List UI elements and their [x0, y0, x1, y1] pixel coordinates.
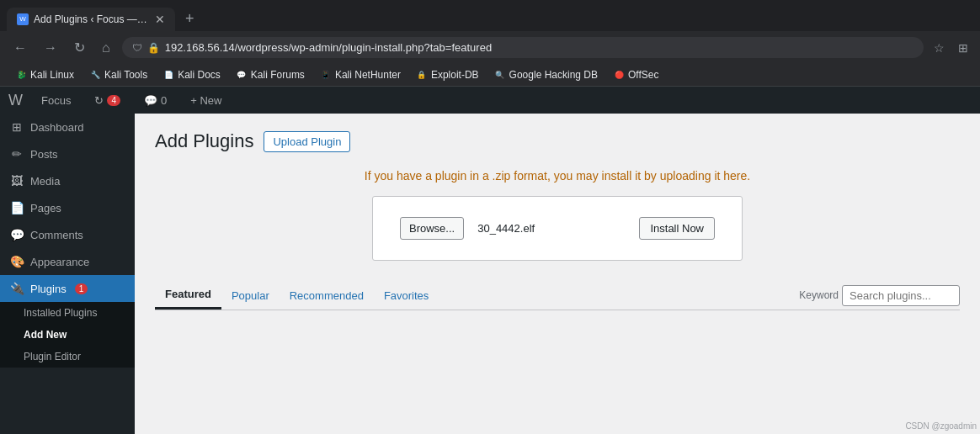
bookmark-button[interactable]: ☆	[930, 38, 948, 58]
bookmark-kali-docs[interactable]: 📄 Kali Docs	[156, 66, 227, 83]
address-bar[interactable]: 🛡 🔒 192.168.56.14/wordpress/wp-admin/plu…	[122, 37, 924, 58]
sidebar-label-plugins: Plugins	[30, 283, 67, 295]
selected-file-name: 30_4442.elf	[477, 222, 535, 235]
plugin-search-input[interactable]	[842, 285, 960, 306]
tab-close-btn[interactable]: ✕	[155, 13, 165, 26]
bookmarks-bar: 🐉 Kali Linux 🔧 Kali Tools 📄 Kali Docs 💬 …	[0, 64, 980, 87]
installed-plugins-label: Installed Plugins	[24, 307, 97, 319]
back-button[interactable]: ←	[8, 37, 32, 59]
wp-main-content: Add Plugins Upload Plugin If you have a …	[135, 114, 980, 434]
sidebar-label-posts: Posts	[30, 148, 58, 161]
forward-button[interactable]: →	[39, 37, 62, 59]
sidebar-item-comments[interactable]: 💬 Comments	[0, 221, 135, 248]
plugins-icon: 🔌	[10, 282, 24, 295]
wp-topbar-site-name: Focus	[41, 94, 71, 107]
wp-topbar-comments[interactable]: 💬 0	[139, 87, 172, 114]
bookmark-kali-forums[interactable]: 💬 Kali Forums	[229, 66, 312, 83]
bookmark-kali-forums-label: Kali Forums	[251, 69, 305, 81]
tab-favicon: W	[17, 13, 29, 25]
bookmark-kali-linux[interactable]: 🐉 Kali Linux	[8, 66, 81, 83]
keyword-label: Keyword	[799, 289, 839, 301]
sidebar-item-plugins[interactable]: 🔌 Plugins 1	[0, 275, 135, 302]
tab-bar: W Add Plugins ‹ Focus — W... ✕ +	[0, 0, 980, 31]
extensions-button[interactable]: ⊞	[955, 38, 972, 58]
install-now-button[interactable]: Install Now	[639, 217, 715, 240]
sidebar-sub-installed-plugins[interactable]: Installed Plugins	[0, 302, 135, 324]
updates-icon: ↻	[94, 94, 104, 107]
sidebar-label-dashboard: Dashboard	[30, 121, 84, 134]
wp-admin-topbar: W Focus ↻ 4 💬 0 + New	[0, 87, 980, 114]
updates-badge: 4	[107, 95, 120, 106]
plugins-submenu: Installed Plugins Add New Plugin Editor	[0, 302, 135, 368]
bookmark-kali-tools[interactable]: 🔧 Kali Tools	[83, 66, 154, 83]
plugin-editor-label: Plugin Editor	[24, 351, 81, 363]
new-tab-button[interactable]: +	[178, 7, 201, 31]
bookmark-exploit-db[interactable]: 🔒 Exploit-DB	[409, 66, 486, 83]
sidebar-sub-add-new[interactable]: Add New	[0, 324, 135, 346]
tab-featured[interactable]: Featured	[155, 281, 221, 310]
bookmark-google-hacking-db-label: Google Hacking DB	[509, 69, 598, 81]
wp-topbar-new-label: + New	[190, 94, 221, 107]
plugin-tabs: Featured Popular Recommended Favorites K…	[155, 281, 960, 310]
tab-title: Add Plugins ‹ Focus — W...	[34, 13, 150, 25]
sidebar-label-media: Media	[30, 175, 60, 188]
bookmark-google-hacking-db[interactable]: 🔍 Google Hacking DB	[487, 66, 605, 83]
posts-icon: ✏	[10, 147, 24, 161]
google-hacking-icon: 🔍	[494, 69, 506, 81]
plugin-search-area: Keyword	[799, 285, 960, 306]
sidebar-label-comments: Comments	[30, 229, 83, 241]
exploit-db-icon: 🔒	[416, 69, 428, 81]
upload-notice-text: If you have a plugin in a .zip format, y…	[155, 169, 960, 183]
tab-popular[interactable]: Popular	[221, 283, 280, 309]
sidebar-label-pages: Pages	[30, 202, 61, 214]
pages-icon: 📄	[10, 201, 24, 214]
bookmark-kali-linux-label: Kali Linux	[30, 69, 74, 81]
nav-bar: ← → ↻ ⌂ 🛡 🔒 192.168.56.14/wordpress/wp-a…	[0, 31, 980, 64]
bookmark-offsec-label: OffSec	[628, 69, 658, 81]
upload-box: Browse... 30_4442.elf Install Now	[372, 196, 743, 261]
wp-topbar-new[interactable]: + New	[185, 87, 226, 114]
bookmark-exploit-db-label: Exploit-DB	[431, 69, 479, 81]
add-new-label: Add New	[24, 329, 67, 341]
bookmark-kali-nethunter[interactable]: 📱 Kali NetHunter	[313, 66, 407, 83]
sidebar-item-dashboard[interactable]: ⊞ Dashboard	[0, 114, 135, 140]
address-text: 192.168.56.14/wordpress/wp-admin/plugin-…	[165, 41, 913, 54]
home-button[interactable]: ⌂	[97, 37, 115, 59]
wp-topbar-site[interactable]: Focus	[36, 87, 76, 114]
sidebar-item-appearance[interactable]: 🎨 Appearance	[0, 248, 135, 275]
sidebar-sub-plugin-editor[interactable]: Plugin Editor	[0, 346, 135, 368]
comments-icon: 💬	[144, 94, 157, 107]
browser-tab-active[interactable]: W Add Plugins ‹ Focus — W... ✕	[7, 8, 175, 31]
lock-icon: 🔒	[147, 42, 160, 54]
offsec-icon: 🔴	[613, 69, 625, 81]
security-icon: 🛡	[132, 42, 142, 54]
bookmark-kali-nethunter-label: Kali NetHunter	[335, 69, 401, 81]
kali-tools-icon: 🔧	[89, 69, 101, 81]
media-icon: 🖼	[10, 174, 24, 188]
sidebar-item-pages[interactable]: 📄 Pages	[0, 194, 135, 221]
comments-sidebar-icon: 💬	[10, 228, 24, 241]
bookmark-offsec[interactable]: 🔴 OffSec	[606, 66, 665, 83]
bookmark-kali-docs-label: Kali Docs	[178, 69, 221, 81]
sidebar-label-appearance: Appearance	[30, 256, 89, 268]
browser-window: W Add Plugins ‹ Focus — W... ✕ + ← → ↻ ⌂…	[0, 0, 980, 434]
tab-favorites[interactable]: Favorites	[374, 283, 439, 309]
reload-button[interactable]: ↻	[69, 36, 90, 59]
kali-nethunter-icon: 📱	[320, 69, 332, 81]
browse-button[interactable]: Browse...	[400, 217, 464, 240]
watermark: CSDN @zgoadmin	[905, 421, 977, 431]
page-title: Add Plugins	[155, 130, 253, 152]
wp-logo-icon[interactable]: W	[8, 92, 23, 109]
sidebar-item-media[interactable]: 🖼 Media	[0, 167, 135, 194]
appearance-icon: 🎨	[10, 255, 24, 268]
upload-plugin-button[interactable]: Upload Plugin	[264, 131, 350, 152]
page-header: Add Plugins Upload Plugin	[155, 130, 960, 152]
address-url: 192.168.56.14/wordpress/wp-admin/plugin-…	[165, 41, 492, 54]
kali-linux-icon: 🐉	[15, 69, 27, 81]
wp-topbar-updates[interactable]: ↻ 4	[89, 87, 125, 114]
wp-sidebar: ⊞ Dashboard ✏ Posts 🖼 Media 📄 Pages 💬 Co…	[0, 114, 135, 434]
comments-count: 0	[161, 94, 167, 107]
tab-recommended[interactable]: Recommended	[280, 283, 374, 309]
plugins-badge: 1	[75, 283, 88, 294]
sidebar-item-posts[interactable]: ✏ Posts	[0, 140, 135, 167]
